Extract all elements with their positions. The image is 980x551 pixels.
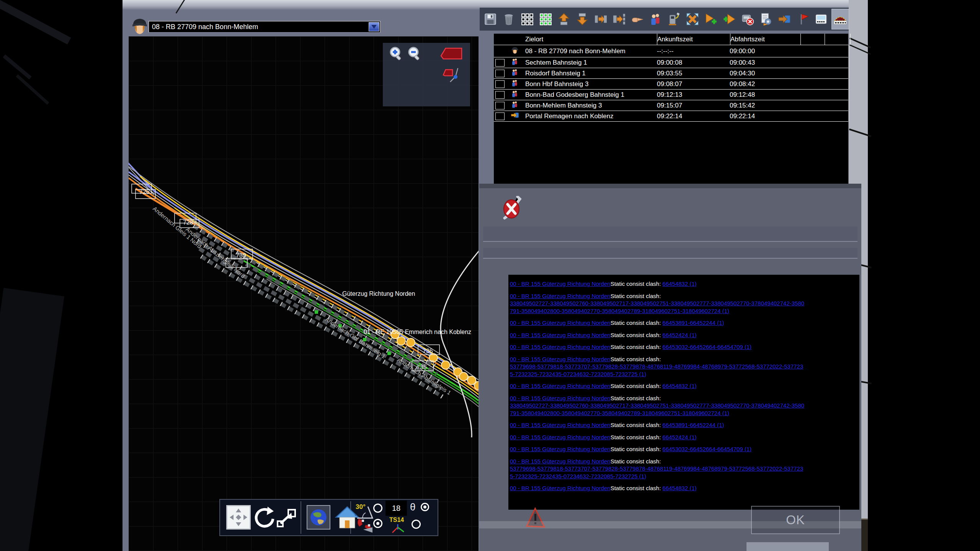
row-checkbox[interactable] — [495, 59, 505, 67]
error-train-link[interactable]: 00 - BR 155 Güterzug Richtung Norden — [510, 422, 611, 428]
timetable-row[interactable]: Roisdorf Bahnsteig 109:03:5509:04:30 — [494, 68, 848, 79]
error-train-link[interactable]: 00 - BR 155 Güterzug Richtung Norden — [510, 434, 611, 440]
jump-tool-icon[interactable] — [276, 508, 297, 529]
row-checkbox[interactable] — [495, 70, 505, 77]
platform-icon[interactable] — [813, 11, 829, 27]
rotate-tool-icon[interactable] — [254, 506, 275, 530]
save-icon[interactable] — [483, 11, 498, 27]
error-train-link[interactable]: 00 - BR 155 Güterzug Richtung Norden — [510, 320, 611, 326]
zoom-in-icon[interactable] — [388, 46, 405, 63]
error-consist-link[interactable]: 53779698-53779818-53773707-53779828-5377… — [510, 363, 856, 370]
timetable: Zielort Ankunftszeit Abfahrtszeit 08 - R… — [494, 34, 848, 184]
service-properties-icon[interactable] — [758, 11, 774, 27]
pan-tool-icon[interactable] — [226, 505, 251, 530]
canopy-icon[interactable] — [832, 9, 849, 29]
world-icon[interactable] — [307, 505, 330, 530]
error-consist-link[interactable]: 66453891-66452244 (1) — [663, 320, 724, 326]
error-consist-link[interactable]: 5-7232325-7232435-07234632-7232085-72327… — [510, 473, 856, 480]
error-train-link[interactable]: 00 - BR 155 Güterzug Richtung Norden — [510, 383, 611, 389]
map-toolbar: 30° 18 θ TS14 — [219, 499, 438, 536]
passengers-icon — [511, 100, 519, 111]
timetable-body: 08 - RB 27709 nach Bonn-Mehlem--:--:--09… — [494, 45, 848, 122]
cell-zielort: Bonn-Bad Godesberg Bahnsteig 1 — [524, 91, 657, 99]
error-message: Static consist clash: — [611, 280, 663, 287]
portal-icon[interactable] — [777, 11, 792, 27]
error-train-link[interactable]: 00 - BR 155 Güterzug Richtung Norden — [510, 395, 611, 401]
ts14-gizmo-icon[interactable]: TS14 — [388, 516, 408, 535]
insert-after-icon[interactable] — [611, 11, 627, 27]
error-consist-link[interactable]: 791-358049402800-358049402770-3580494027… — [510, 409, 856, 417]
error-entry: 00 - BR 155 Güterzug Richtung NordenStat… — [510, 434, 856, 441]
route-map[interactable]: 726 728 730 736 735 Andernach Gleis 1 No… — [129, 36, 479, 551]
error-train-link[interactable]: 00 - BR 155 Güterzug Richtung Norden — [510, 356, 611, 362]
col-ankunftszeit: Ankunftszeit — [657, 34, 730, 45]
svg-text:30°: 30° — [356, 503, 366, 510]
error-consist-link[interactable]: 66454832 (1) — [663, 383, 697, 389]
error-train-link[interactable]: 00 - BR 155 Güterzug Richtung Norden — [510, 293, 611, 299]
error-consist-link[interactable]: 791-358049402800-358049402770-3580494027… — [510, 307, 856, 315]
scene-shape — [0, 288, 64, 551]
flag-icon[interactable] — [795, 11, 810, 27]
error-consist-link[interactable]: 338049502727-338049502760-338049502717-3… — [510, 300, 856, 307]
error-consist-link[interactable]: 66454832 (1) — [663, 485, 697, 491]
error-entry: 00 - BR 155 Güterzug Richtung NordenStat… — [510, 382, 856, 390]
cell-ankunftszeit: 09:00:08 — [657, 59, 730, 67]
error-train-link[interactable]: 00 - BR 155 Güterzug Richtung Norden — [510, 446, 611, 452]
chevron-down-icon[interactable] — [369, 22, 379, 31]
error-consist-link[interactable]: 66454832 (1) — [663, 280, 697, 287]
timetable-row[interactable]: Sechtem Bahnsteig 109:00:0809:00:43 — [494, 57, 848, 68]
gradient-edit-icon[interactable] — [443, 67, 464, 88]
error-message: Static consist clash: — [611, 395, 661, 401]
pointer-hand-icon[interactable] — [630, 11, 645, 27]
move-up-icon[interactable] — [556, 11, 572, 27]
step-value-box[interactable]: 18 — [385, 500, 407, 516]
timetable-row[interactable]: Bonn-Mehlem Bahnsteig 309:15:0709:15:42 — [494, 100, 848, 111]
error-train-link[interactable]: 00 - BR 155 Güterzug Richtung Norden — [510, 280, 611, 287]
cell-abfahrtszeit: 09:12:48 — [730, 91, 800, 99]
timetable-row[interactable]: 08 - RB 27709 nach Bonn-Mehlem--:--:--09… — [494, 45, 848, 57]
snap-magnet-icon[interactable] — [355, 517, 375, 534]
error-train-link[interactable]: 00 - BR 155 Güterzug Richtung Norden — [510, 458, 611, 465]
insert-before-icon[interactable] — [593, 11, 608, 27]
timetable-row[interactable]: Portal Remagen nach Koblenz09:22:1409:22… — [494, 111, 848, 122]
error-message: Static consist clash: — [611, 383, 663, 389]
error-consist-link[interactable]: 66452424 (1) — [663, 434, 697, 440]
append-service-icon[interactable] — [703, 11, 719, 27]
error-consist-link[interactable]: 338049502727-338049502760-338049502717-3… — [510, 402, 856, 409]
error-consist-link[interactable]: 66453032-66452664-66454709 (1) — [663, 446, 752, 452]
timetable-row[interactable]: Bonn-Bad Godesberg Bahnsteig 109:12:1309… — [494, 90, 848, 100]
error-consist-link[interactable]: 66453891-66452244 (1) — [663, 422, 724, 428]
error-consist-link[interactable]: 66452424 (1) — [663, 332, 697, 338]
row-checkbox[interactable] — [495, 112, 505, 120]
dialog-groove — [483, 248, 858, 258]
grid-active-icon[interactable] — [538, 11, 553, 27]
row-checkbox[interactable] — [495, 102, 505, 109]
train-service-select[interactable]: 08 - RB 27709 nach Bonn-Mehlem — [149, 21, 381, 33]
row-checkbox[interactable] — [495, 80, 505, 88]
error-list[interactable]: 00 - BR 155 Güterzug Richtung NordenStat… — [508, 275, 859, 510]
gradient-marker-icon[interactable] — [440, 47, 463, 61]
grid-icon[interactable] — [519, 11, 535, 27]
error-consist-link[interactable]: 5-7232325-7232435-07234632-7232085-72327… — [510, 370, 856, 378]
snap-radio[interactable] — [373, 519, 382, 528]
fuel-pump-icon[interactable] — [666, 11, 682, 27]
swap-icon[interactable] — [685, 11, 700, 27]
move-down-icon[interactable] — [575, 11, 590, 27]
prepend-service-icon[interactable] — [722, 11, 737, 27]
zoom-out-icon[interactable] — [407, 46, 423, 63]
error-train-link[interactable]: 00 - BR 155 Güterzug Richtung Norden — [510, 485, 611, 491]
ts14-radio[interactable] — [412, 520, 421, 529]
row-checkbox[interactable] — [495, 91, 505, 99]
error-train-link[interactable]: 00 - BR 155 Güterzug Richtung Norden — [510, 332, 611, 338]
remove-camera-icon[interactable] — [740, 11, 755, 27]
cell-abfahrtszeit: 09:08:42 — [730, 80, 800, 88]
error-consist-link[interactable]: 53779698-53779818-53773707-53779828-5377… — [510, 465, 856, 473]
theta-radio[interactable] — [421, 503, 429, 511]
error-consist-link[interactable]: 66453032-66452664-66454709 (1) — [663, 344, 752, 350]
ok-button[interactable]: OK — [751, 506, 840, 534]
passengers-icon[interactable] — [648, 11, 663, 27]
error-train-link[interactable]: 00 - BR 155 Güterzug Richtung Norden — [510, 344, 611, 350]
timetable-row[interactable]: Bonn Hbf Bahnsteig 309:08:0709:08:42 — [494, 79, 848, 90]
delete-icon[interactable] — [501, 11, 516, 27]
angle-radio[interactable] — [373, 504, 382, 513]
